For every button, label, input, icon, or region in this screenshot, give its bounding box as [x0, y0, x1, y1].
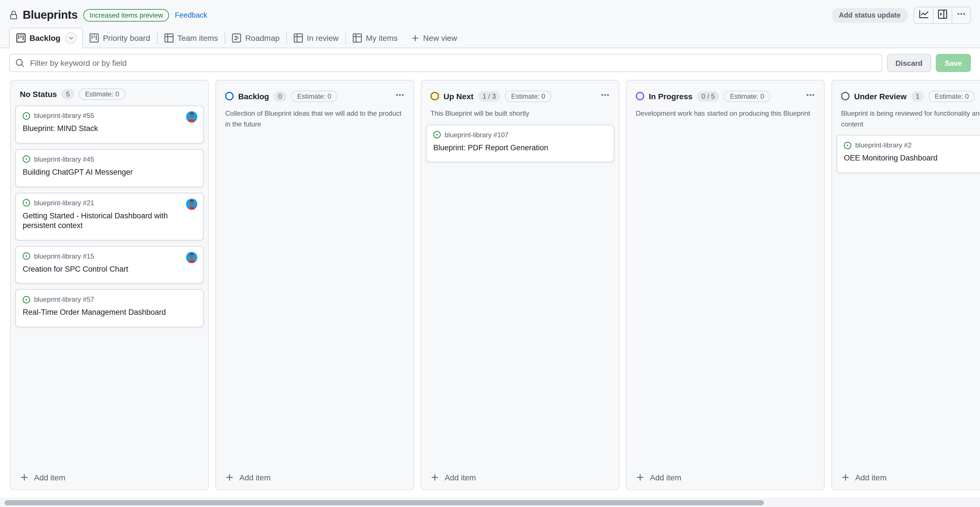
issue-card[interactable]: blueprint-library #15 Creation for SPC C…	[15, 246, 204, 284]
lock-icon	[9, 11, 18, 19]
column-description: Development work has started on producin…	[627, 104, 824, 119]
side-panel-toggle-button[interactable]	[933, 7, 951, 23]
column-title: In Progress	[649, 92, 692, 101]
kebab-icon	[601, 91, 610, 102]
column-cards	[216, 129, 414, 466]
column-cards	[627, 119, 824, 466]
issue-opened-icon	[23, 199, 30, 207]
add-item-button[interactable]: Add item	[216, 466, 414, 490]
column-header: No Status 5 Estimate: 0	[11, 81, 208, 100]
sidebar-collapse-icon	[938, 10, 947, 21]
column-count-badge: 1 / 3	[478, 91, 501, 101]
issue-card[interactable]: blueprint-library #21 Getting Started - …	[15, 193, 204, 240]
insights-button[interactable]	[914, 7, 933, 23]
assignee-avatar[interactable]	[186, 111, 197, 122]
save-button[interactable]: Save	[935, 54, 971, 72]
status-circle-icon	[430, 92, 439, 100]
status-circle-icon	[225, 92, 234, 100]
issue-id-label[interactable]: blueprint-library #2	[855, 141, 912, 149]
column-title: No Status	[20, 90, 57, 99]
issue-id-label[interactable]: blueprint-library #21	[34, 199, 94, 207]
column-menu-button[interactable]	[393, 89, 407, 104]
issue-id-label[interactable]: blueprint-library #45	[34, 156, 94, 163]
column-count-badge: 5	[62, 89, 74, 99]
issue-id-label[interactable]: blueprint-library #15	[34, 252, 94, 260]
issue-id-label[interactable]: blueprint-library #57	[34, 296, 94, 304]
plus-icon	[841, 473, 850, 482]
issue-card[interactable]: blueprint-library #107 Blueprint: PDF Re…	[426, 124, 614, 162]
kebab-icon	[957, 10, 966, 21]
column-title: Backlog	[238, 92, 269, 101]
discard-button[interactable]: Discard	[887, 54, 931, 72]
tab-my-items[interactable]: My items	[346, 28, 404, 48]
project-menu-button[interactable]	[951, 7, 970, 23]
estimate-badge: Estimate: 0	[79, 89, 125, 100]
view-actions-group	[914, 6, 971, 24]
tab-priority-board[interactable]: Priority board	[83, 28, 157, 48]
issue-opened-icon	[23, 296, 30, 304]
table-icon	[164, 33, 173, 43]
filter-bar: Discard Save	[0, 48, 980, 78]
issue-title[interactable]: OEE Monitoring Dashboard	[844, 154, 980, 163]
rows-icon	[232, 33, 241, 43]
board-column: Backlog 0 Estimate: 0 Collection of Blue…	[215, 80, 414, 490]
add-item-button[interactable]: Add item	[832, 466, 980, 490]
assignee-avatar[interactable]	[186, 251, 197, 263]
column-cards: blueprint-library #107 Blueprint: PDF Re…	[422, 119, 619, 466]
horizontal-scrollbar[interactable]	[0, 498, 980, 507]
top-bar: Blueprints Increased items preview Feedb…	[0, 0, 980, 48]
board-column: In Progress 0 / 5 Estimate: 0 Developmen…	[626, 80, 825, 490]
issue-id-label[interactable]: blueprint-library #55	[34, 112, 94, 120]
add-item-button[interactable]: Add item	[627, 466, 824, 490]
issue-card[interactable]: blueprint-library #55 Blueprint: MIND St…	[15, 105, 204, 143]
issue-title[interactable]: Building ChatGPT AI Messenger	[23, 168, 196, 178]
issue-card[interactable]: blueprint-library #2 OEE Monitoring Dash…	[837, 135, 980, 173]
issue-title[interactable]: Blueprint: MIND Stack	[23, 124, 196, 134]
issue-card[interactable]: blueprint-library #57 Real-Time Order Ma…	[15, 289, 204, 327]
filter-input-container[interactable]	[9, 54, 883, 72]
add-status-update-button[interactable]: Add status update	[831, 8, 908, 22]
board-column: No Status 5 Estimate: 0 blueprint-librar…	[10, 80, 209, 490]
column-cards: blueprint-library #55 Blueprint: MIND St…	[11, 100, 208, 466]
column-menu-button[interactable]	[803, 89, 817, 104]
project-icon	[90, 33, 99, 43]
add-item-label: Add item	[239, 473, 271, 482]
table-icon	[294, 33, 303, 43]
column-header: Up Next 1 / 3 Estimate: 0	[422, 81, 619, 104]
tab-in-review[interactable]: In review	[287, 28, 345, 48]
add-item-label: Add item	[34, 473, 65, 482]
column-count-badge: 0	[274, 91, 286, 101]
issue-id-label[interactable]: blueprint-library #107	[445, 131, 508, 139]
issue-title[interactable]: Blueprint: PDF Report Generation	[433, 143, 607, 153]
view-options-caret[interactable]	[65, 32, 77, 44]
tab-team-items[interactable]: Team items	[158, 28, 224, 48]
scrollbar-thumb[interactable]	[5, 500, 764, 505]
issue-opened-icon	[23, 112, 30, 119]
column-count-badge: 0 / 5	[697, 91, 719, 101]
project-icon	[16, 33, 25, 43]
column-header: In Progress 0 / 5 Estimate: 0	[627, 81, 824, 104]
issue-title[interactable]: Creation for SPC Control Chart	[23, 265, 196, 274]
issue-title[interactable]: Getting Started - Historical Dashboard w…	[23, 211, 196, 231]
add-item-label: Add item	[650, 473, 681, 482]
column-header: Backlog 0 Estimate: 0	[216, 81, 414, 104]
add-item-button[interactable]: Add item	[11, 466, 208, 490]
tab-backlog[interactable]: Backlog	[9, 28, 83, 48]
assignee-avatar[interactable]	[186, 199, 197, 210]
new-view-button[interactable]: New view	[404, 28, 464, 48]
kebab-icon	[806, 91, 815, 102]
add-item-button[interactable]: Add item	[422, 466, 619, 490]
column-title: Under Review	[854, 92, 907, 101]
column-menu-button[interactable]	[598, 89, 612, 104]
issue-card[interactable]: blueprint-library #45 Building ChatGPT A…	[15, 149, 204, 187]
column-cards: blueprint-library #2 OEE Monitoring Dash…	[832, 129, 980, 466]
tab-roadmap[interactable]: Roadmap	[226, 28, 286, 48]
status-circle-icon	[841, 92, 850, 100]
issue-title[interactable]: Real-Time Order Management Dashboard	[23, 308, 196, 318]
estimate-badge: Estimate: 0	[291, 91, 337, 102]
board-column: Under Review 1 Estimate: 0 Blueprint is …	[831, 80, 980, 490]
feedback-link[interactable]: Feedback	[175, 11, 207, 19]
column-description: Collection of Blueprint ideas that we wi…	[216, 104, 414, 129]
filter-input[interactable]	[29, 58, 876, 68]
add-item-label: Add item	[445, 473, 476, 482]
